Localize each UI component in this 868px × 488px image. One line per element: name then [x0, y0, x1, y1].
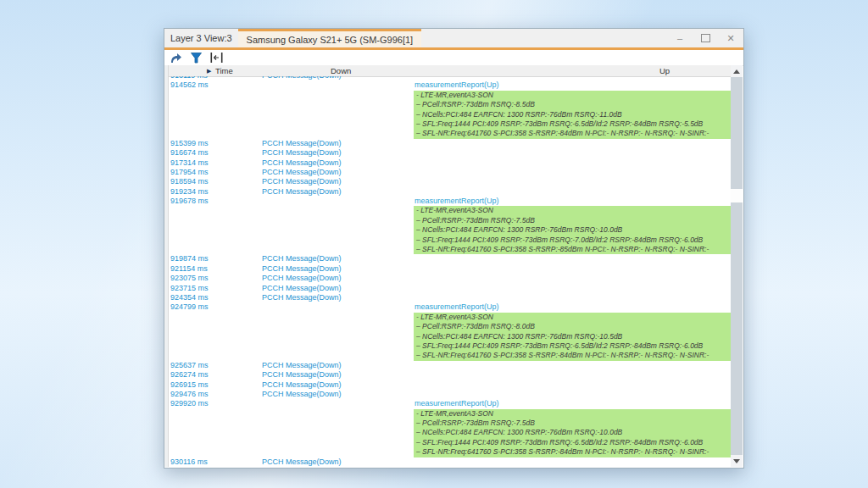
row-down-message: PCCH Message(Down): [262, 187, 415, 197]
message-rows: 913119 msPCCH Message(Down)914562 msmeas…: [169, 76, 731, 467]
table-row[interactable]: 917314 msPCCH Message(Down): [169, 158, 731, 168]
column-header-up[interactable]: Up: [659, 65, 670, 76]
row-up-message: measurementReport(Up): [415, 399, 731, 408]
row-down-message: PCCH Message(Down): [262, 293, 415, 302]
measurement-detail-line[interactable]: – SFL-NR:Freq:641760 S-PCI:358 S-RSRP:-8…: [414, 129, 731, 138]
vertical-scrollbar[interactable]: [731, 65, 743, 467]
row-time: 914562 ms: [169, 80, 262, 90]
scroll-down-button[interactable]: [731, 455, 743, 467]
table-row[interactable]: 923075 msPCCH Message(Down): [169, 274, 731, 283]
measurement-detail-line[interactable]: – SFL-NR:Freq:641760 S-PCI:358 S-RSRP:-8…: [414, 447, 731, 457]
row-time: 921154 ms: [169, 264, 262, 274]
table-row[interactable]: 923715 msPCCH Message(Down): [169, 284, 731, 293]
measurement-detail-line[interactable]: – PCell:RSRP:-73dBm RSRQ:-8.5dB: [414, 100, 731, 109]
table-row[interactable]: 919874 msPCCH Message(Down): [169, 254, 731, 263]
row-time: 924354 ms: [169, 293, 262, 302]
row-down-message: PCCH Message(Down): [262, 370, 415, 380]
fit-width-icon[interactable]: [210, 52, 223, 64]
row-down-message: [262, 302, 415, 312]
measurement-detail-line[interactable]: - LTE-MR,eventA3-SON: [414, 409, 731, 419]
device-tab[interactable]: Samsung Galaxy S21+ 5G (SM-G996[1]: [238, 29, 422, 47]
measurement-detail-line[interactable]: – SFL:Freq:1444 PCI:409 RSRP:-73dBm RSRQ…: [414, 341, 731, 351]
measurement-detail-line[interactable]: – PCell:RSRP:-73dBm RSRQ:-7.5dB: [414, 216, 731, 225]
measurement-detail-line[interactable]: - LTE-MR,eventA3-SON: [414, 313, 731, 322]
scroll-up-arrow-icon: [733, 69, 740, 74]
scroll-down-arrow-icon: [733, 459, 740, 463]
measurement-detail-line[interactable]: – PCell:RSRP:-73dBm RSRQ:-7.5dB: [414, 419, 731, 428]
table-row[interactable]: 930116 msPCCH Message(Down): [169, 458, 731, 467]
close-button[interactable]: ✕: [718, 29, 743, 47]
measurement-detail-line[interactable]: – SFL:Freq:1444 PCI:409 RSRP:-73dBm RSRQ…: [414, 119, 731, 129]
table-row[interactable]: 929476 msPCCH Message(Down): [169, 390, 731, 399]
row-down-message: PCCH Message(Down): [262, 139, 415, 148]
table-row[interactable]: 919234 msPCCH Message(Down): [169, 187, 731, 197]
measurement-detail-line[interactable]: – SFL:Freq:1444 PCI:409 RSRP:-73dBm RSRQ…: [414, 236, 731, 245]
row-time: 917954 ms: [169, 168, 262, 177]
table-row[interactable]: 925637 msPCCH Message(Down): [169, 361, 731, 370]
table-row[interactable]: 926915 msPCCH Message(Down): [169, 380, 731, 390]
scrollbar-thumb[interactable]: [731, 189, 743, 202]
row-down-message: [262, 399, 415, 408]
row-up-message: [415, 274, 731, 283]
table-row[interactable]: 924799 msmeasurementReport(Up): [169, 302, 731, 312]
maximize-button[interactable]: [693, 29, 718, 47]
measurement-detail-line[interactable]: – NCells:PCI:484 EARFCN: 1300 RSRP:-76dB…: [414, 428, 731, 437]
row-down-message: PCCH Message(Down): [262, 254, 415, 263]
filter-icon[interactable]: [190, 52, 203, 64]
row-time: 919678 ms: [169, 197, 262, 206]
row-up-message: [415, 139, 731, 148]
row-up-message: [415, 284, 731, 293]
row-down-message: PCCH Message(Down): [262, 177, 415, 186]
row-time: 919234 ms: [169, 187, 262, 197]
scroll-up-button[interactable]: [731, 65, 743, 77]
sort-arrow-icon[interactable]: ▶: [207, 65, 211, 76]
row-up-message: [415, 177, 731, 186]
maximize-icon: [701, 34, 710, 42]
row-up-message: [415, 264, 731, 274]
device-tab-label: Samsung Galaxy S21+ 5G (SM-G996[1]: [247, 35, 414, 45]
row-down-message: [262, 80, 415, 90]
row-time: 930116 ms: [169, 458, 262, 467]
measurement-detail-line[interactable]: – NCells:PCI:484 EARFCN: 1300 RSRP:-76dB…: [414, 110, 731, 119]
row-up-message: [415, 187, 731, 197]
row-down-message: PCCH Message(Down): [262, 148, 415, 158]
row-down-message: PCCH Message(Down): [262, 361, 415, 370]
table-row[interactable]: 914562 msmeasurementReport(Up): [169, 80, 731, 90]
measurement-detail-line[interactable]: - LTE-MR,eventA3-SON: [414, 91, 731, 100]
measurement-detail-line[interactable]: – NCells:PCI:484 EARFCN: 1300 RSRP:-76dB…: [414, 225, 731, 235]
row-down-message: PCCH Message(Down): [262, 274, 415, 283]
table-row[interactable]: 918594 msPCCH Message(Down): [169, 177, 731, 186]
row-down-message: PCCH Message(Down): [262, 458, 415, 467]
row-up-message: [415, 380, 731, 390]
titlebar: Layer 3 View:3 Samsung Galaxy S21+ 5G (S…: [164, 29, 743, 47]
row-up-message: [415, 370, 731, 380]
table-row[interactable]: 916674 msPCCH Message(Down): [169, 148, 731, 158]
table-row[interactable]: 915399 msPCCH Message(Down): [169, 139, 731, 148]
jump-arrow-icon[interactable]: [170, 52, 182, 64]
table-row[interactable]: 924354 msPCCH Message(Down): [169, 293, 731, 302]
column-header-time[interactable]: Time: [215, 65, 233, 76]
row-down-message: [262, 197, 415, 206]
measurement-detail-line[interactable]: – NCells:PCI:484 EARFCN: 1300 RSRP:-76dB…: [414, 332, 731, 341]
row-up-message: measurementReport(Up): [415, 80, 731, 90]
table-row[interactable]: 926274 msPCCH Message(Down): [169, 370, 731, 380]
row-time: 923075 ms: [169, 274, 262, 283]
column-header-down[interactable]: Down: [331, 65, 351, 76]
row-up-message: [415, 254, 731, 263]
row-up-message: [415, 158, 731, 168]
row-up-message: [415, 458, 731, 467]
row-time: 929476 ms: [169, 390, 262, 399]
measurement-detail-line[interactable]: - LTE-MR,eventA3-SON: [414, 206, 731, 215]
row-time: 923715 ms: [169, 284, 262, 293]
measurement-detail-line[interactable]: – SFL-NR:Freq:641760 S-PCI:358 S-RSRP:-8…: [414, 245, 731, 254]
table-row[interactable]: 929920 msmeasurementReport(Up): [169, 399, 731, 408]
measurement-detail-line[interactable]: – SFL:Freq:1444 PCI:409 RSRP:-73dBm RSRQ…: [414, 438, 731, 447]
table-row[interactable]: 919678 msmeasurementReport(Up): [169, 197, 731, 206]
minimize-button[interactable]: –: [667, 29, 693, 47]
measurement-detail-line[interactable]: – SFL-NR:Freq:641760 S-PCI:358 S-RSRP:-8…: [414, 351, 731, 360]
table-row[interactable]: 921154 msPCCH Message(Down): [169, 264, 731, 274]
row-up-message: [415, 148, 731, 158]
column-header-row: ▶ Time Down Up: [164, 65, 731, 77]
measurement-detail-line[interactable]: – PCell:RSRP:-73dBm RSRQ:-8.0dB: [414, 322, 731, 331]
table-row[interactable]: 917954 msPCCH Message(Down): [169, 168, 731, 177]
